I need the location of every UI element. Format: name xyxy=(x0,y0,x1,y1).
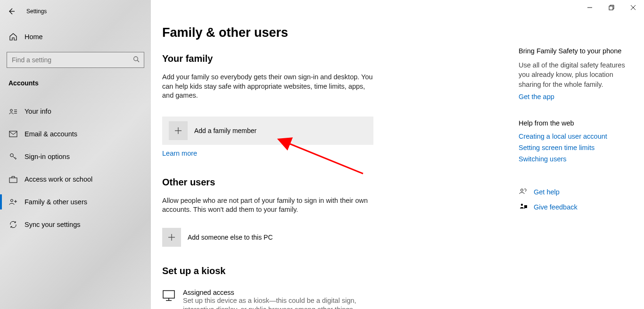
add-other-user-label: Add someone else to this PC xyxy=(188,234,273,241)
nav-your-info[interactable]: Your info xyxy=(0,100,151,123)
section-title: Accounts xyxy=(0,75,151,92)
plus-icon xyxy=(162,228,181,247)
home-label: Home xyxy=(25,33,43,41)
other-users-body: Allow people who are not part of your fa… xyxy=(162,196,374,215)
nav: Your info Email & accounts Sign-in optio… xyxy=(0,100,151,236)
learn-more-link[interactable]: Learn more xyxy=(162,150,197,157)
sync-icon xyxy=(8,220,18,229)
svg-point-20 xyxy=(521,204,523,206)
svg-line-1 xyxy=(138,60,140,62)
svg-rect-6 xyxy=(9,131,17,137)
nav-label: Sign-in options xyxy=(25,153,70,160)
home-nav[interactable]: Home xyxy=(0,27,151,46)
monitor-icon xyxy=(162,290,179,303)
arrow-left-icon xyxy=(8,8,15,15)
nav-label: Email & accounts xyxy=(25,130,77,138)
svg-point-9 xyxy=(11,200,13,202)
sidebar: Settings Home Accounts Your info Email &… xyxy=(0,0,151,309)
search-icon xyxy=(133,56,140,64)
person-card-icon xyxy=(8,107,18,116)
app-title: Settings xyxy=(23,8,47,15)
assigned-access-title: Assigned access xyxy=(183,289,372,296)
add-family-member-button[interactable]: Add a family member xyxy=(162,117,373,145)
search-input[interactable] xyxy=(7,52,144,68)
nav-sync-settings[interactable]: Sync your settings xyxy=(0,213,151,236)
svg-rect-16 xyxy=(163,291,174,298)
nav-family-other-users[interactable]: Family & other users xyxy=(0,191,151,213)
feedback-icon xyxy=(519,202,528,212)
other-users-heading: Other users xyxy=(162,177,502,188)
your-family-heading: Your family xyxy=(162,53,502,64)
main-content: Family & other users Your family Add you… xyxy=(162,0,502,309)
svg-rect-8 xyxy=(9,178,17,183)
people-icon xyxy=(8,197,18,207)
window-controls xyxy=(579,0,644,15)
svg-rect-22 xyxy=(609,6,613,10)
assigned-access-button[interactable]: Assigned access Set up this device as a … xyxy=(162,289,502,309)
minimize-button[interactable] xyxy=(579,0,601,15)
family-safety-body: Use all of the digital safety features y… xyxy=(519,60,636,89)
key-icon xyxy=(8,152,18,161)
back-button[interactable] xyxy=(0,0,23,23)
titlebar: Settings xyxy=(0,0,151,23)
search-wrap xyxy=(7,52,144,68)
mail-icon xyxy=(8,129,18,139)
maximize-button[interactable] xyxy=(601,0,622,15)
nav-sign-in-options[interactable]: Sign-in options xyxy=(0,145,151,168)
get-help-link[interactable]: Get help xyxy=(534,188,560,196)
aside-panel: Bring Family Safety to your phone Use al… xyxy=(519,47,636,212)
your-family-body: Add your family so everybody gets their … xyxy=(162,73,374,100)
nav-label: Your info xyxy=(25,108,51,115)
nav-label: Access work or school xyxy=(25,175,92,183)
minimize-icon xyxy=(587,5,593,10)
page-title: Family & other users xyxy=(162,25,502,40)
svg-point-0 xyxy=(134,57,138,61)
plus-icon xyxy=(169,121,188,140)
svg-point-7 xyxy=(10,154,14,157)
close-button[interactable] xyxy=(622,0,644,15)
get-app-link[interactable]: Get the app xyxy=(519,93,636,100)
help-link-screen-time[interactable]: Setting screen time limits xyxy=(519,144,636,151)
nav-access-work-school[interactable]: Access work or school xyxy=(0,168,151,191)
give-feedback-link[interactable]: Give feedback xyxy=(534,203,578,211)
svg-point-19 xyxy=(521,189,523,191)
maximize-icon xyxy=(609,5,614,10)
kiosk-heading: Set up a kiosk xyxy=(162,266,502,276)
briefcase-icon xyxy=(8,175,18,184)
svg-point-2 xyxy=(10,109,13,112)
assigned-access-body: Set up this device as a kiosk—this could… xyxy=(183,296,372,309)
home-icon xyxy=(8,32,18,42)
help-link-local-user[interactable]: Creating a local user account xyxy=(519,133,636,140)
add-other-user-button[interactable]: Add someone else to this PC xyxy=(162,223,373,251)
nav-email-accounts[interactable]: Email & accounts xyxy=(0,123,151,145)
nav-label: Sync your settings xyxy=(25,221,80,228)
help-link-switching-users[interactable]: Switching users xyxy=(519,155,636,163)
nav-label: Family & other users xyxy=(25,198,87,206)
family-safety-heading: Bring Family Safety to your phone xyxy=(519,47,636,55)
help-web-heading: Help from the web xyxy=(519,119,636,127)
add-family-member-label: Add a family member xyxy=(194,127,256,134)
help-icon xyxy=(519,187,528,197)
close-icon xyxy=(630,5,636,10)
